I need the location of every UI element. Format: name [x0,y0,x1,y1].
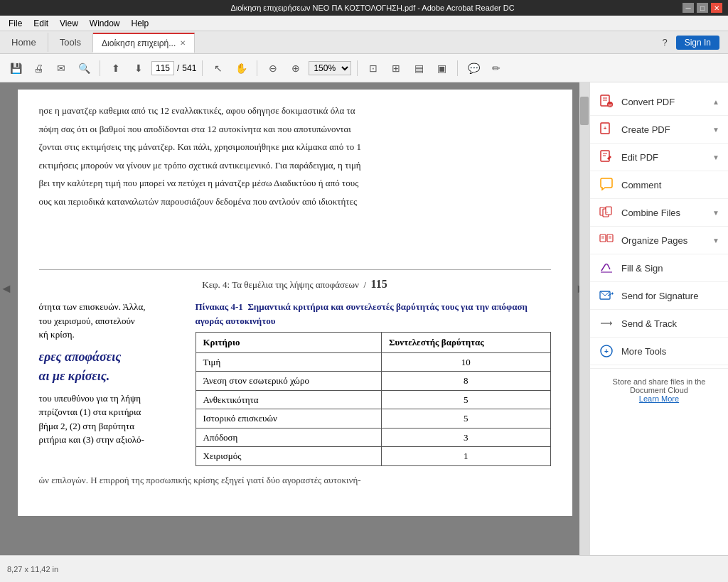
combine-files-label: Combine Files [621,208,705,218]
tool-more-tools[interactable]: + More Tools [590,338,728,365]
send-for-signature-icon [599,288,614,303]
spread-button[interactable]: ▣ [432,58,451,78]
table-row: Χειρισμός1 [196,447,550,466]
more-tools-icon: + [599,343,614,359]
pencil-button[interactable]: ✏ [486,58,506,78]
fill-sign-label: Fill & Sign [621,263,719,274]
pdf-text-line-2: πόψη σας ότι οι βαθμοί που αποδίδονται σ… [39,122,551,136]
tool-send-track[interactable]: Send & Track [590,310,728,338]
tool-send-for-signature[interactable]: Send for Signature [590,282,728,310]
save-button[interactable]: 💾 [6,58,26,78]
svg-text:→: → [604,210,609,215]
svg-line-22 [600,291,605,296]
send-track-label: Send & Track [621,318,719,329]
tool-organize-pages[interactable]: Organize Pages ▼ [590,227,728,254]
weight-cell: 1 [382,447,550,466]
search-button[interactable]: 🔍 [74,58,94,78]
learn-more-link[interactable]: Learn More [599,394,719,403]
page-number-line: Κεφ. 4: Τα θεμέλια της λήψης αποφάσεων /… [39,269,551,293]
email-button[interactable]: ✉ [51,58,71,78]
weight-cell: 3 [382,428,550,447]
vertical-scrollbar[interactable] [579,82,589,555]
menu-file[interactable]: File [3,17,28,30]
weight-cell: 8 [382,372,550,391]
zoom-select[interactable]: 150% 100% 75% [309,61,351,75]
comment-icon [599,177,614,193]
cloud-section: Store and share files in the Document Cl… [590,368,728,411]
scroll-thumb[interactable] [580,97,589,125]
tool-comment[interactable]: Comment [590,171,728,199]
zoom-out-button[interactable]: ⊖ [263,58,283,78]
tab-close-icon[interactable]: ✕ [180,39,186,47]
help-icon[interactable]: ? [662,37,667,48]
tab-bar: Home Tools Διοίκηση επιχειρή... ✕ ? Sign… [0,31,728,54]
maximize-button[interactable]: □ [697,3,708,13]
prev-page-button[interactable]: ⬆ [106,58,126,78]
criteria-table: Κριτήριο Συντελεστής βαρύτητας Τιμή10Άνε… [196,332,551,466]
window-title: Διοίκηση επιχειρήσεων ΝΕΟ ΠΑ ΚΟΣΤΟΛΟΓΗΣΗ… [63,4,682,12]
continuous-button[interactable]: ▤ [409,58,429,78]
send-track-icon [599,316,614,331]
fit-page-button[interactable]: ⊡ [363,58,383,78]
combine-files-chevron: ▼ [712,209,719,217]
minimize-button[interactable]: ─ [682,3,694,13]
page-separator: / [177,63,179,73]
menu-help[interactable]: Help [126,17,155,30]
page-thumbnail-button[interactable]: ⊞ [386,58,406,78]
criterion-cell: Τιμή [196,352,382,372]
tab-document-label: Διοίκηση επιχειρή... [102,38,176,48]
table-row: Ανθεκτικότητα5 [196,390,550,409]
sign-in-button[interactable]: Sign In [676,36,719,50]
separator-4 [357,60,358,76]
tool-edit-pdf[interactable]: Edit PDF ▼ [590,144,728,171]
menu-edit[interactable]: Edit [28,17,54,30]
cursor-tool[interactable]: ↖ [208,58,228,78]
table-row: Ιστορικό επισκευών5 [196,409,550,429]
hand-tool[interactable]: ✋ [231,58,251,78]
table-row: Άνεση στον εσωτερικό χώρο8 [196,372,550,391]
fill-sign-icon [599,260,614,276]
table-header-criterion: Κριτήριο [196,333,382,353]
separator-5 [457,60,458,76]
table-row: Απόδοση3 [196,428,550,447]
pdf-text-line-4: εκτιμήσεις μπορούν να γίνουν με τρόπο σχ… [39,158,551,173]
tab-tools[interactable]: Tools [48,33,93,52]
page-number-input[interactable] [151,61,174,75]
close-button[interactable]: ✕ [711,3,722,13]
menu-view[interactable]: View [54,17,84,30]
page-num-display: 115 [371,278,387,290]
criterion-cell: Ανθεκτικότητα [196,390,382,409]
right-panel: W Convert PDF ▲ + Create PDF ▼ [589,82,728,555]
pdf-text-line-1: ησε η μανατζερ καθεμια από τις 12 εναλλα… [39,104,551,118]
svg-marker-25 [610,321,612,325]
next-page-button[interactable]: ⬇ [129,58,149,78]
tool-create-pdf[interactable]: + Create PDF ▼ [590,116,728,144]
organize-pages-chevron: ▼ [712,237,719,244]
prev-arrow[interactable]: ◄ [0,281,13,296]
right-column: Πίνακας 4-1 Σημαντικά κριτήρια και συντε… [196,300,551,466]
create-pdf-chevron: ▼ [712,126,719,134]
convert-pdf-icon: W [599,94,614,109]
menu-window[interactable]: Window [84,17,126,30]
table-header-weight: Συντελεστής βαρύτητας [382,333,550,353]
svg-text:W: W [608,103,612,107]
create-pdf-icon: + [599,122,614,137]
tool-fill-sign[interactable]: Fill & Sign [590,254,728,282]
zoom-in-button[interactable]: ⊕ [286,58,306,78]
tool-convert-pdf[interactable]: W Convert PDF ▲ [590,88,728,116]
pdf-text-line-5: βει την καλύτερη τιμή που μπορεί να πετύ… [39,176,551,190]
print-button[interactable]: 🖨 [28,58,48,78]
menu-bar: File Edit View Window Help [0,16,728,31]
organize-pages-label: Organize Pages [621,235,705,246]
tab-document[interactable]: Διοίκηση επιχειρή... ✕ [93,33,195,53]
organize-pages-icon [599,232,614,248]
comment-button[interactable]: 💬 [464,58,483,78]
tool-combine-files[interactable]: → Combine Files ▼ [590,199,728,227]
page-navigation: / 541 [151,61,196,75]
more-tools-label: More Tools [621,346,719,357]
convert-pdf-label: Convert PDF [621,97,705,107]
pdf-viewer: ησε η μανατζερ καθεμια από τις 12 εναλλα… [0,82,589,555]
criterion-cell: Χειρισμός [196,447,382,466]
tab-home[interactable]: Home [0,33,48,52]
chapter-ref: Κεφ. 4: Τα θεμέλια της λήψης αποφάσεων [202,279,359,290]
